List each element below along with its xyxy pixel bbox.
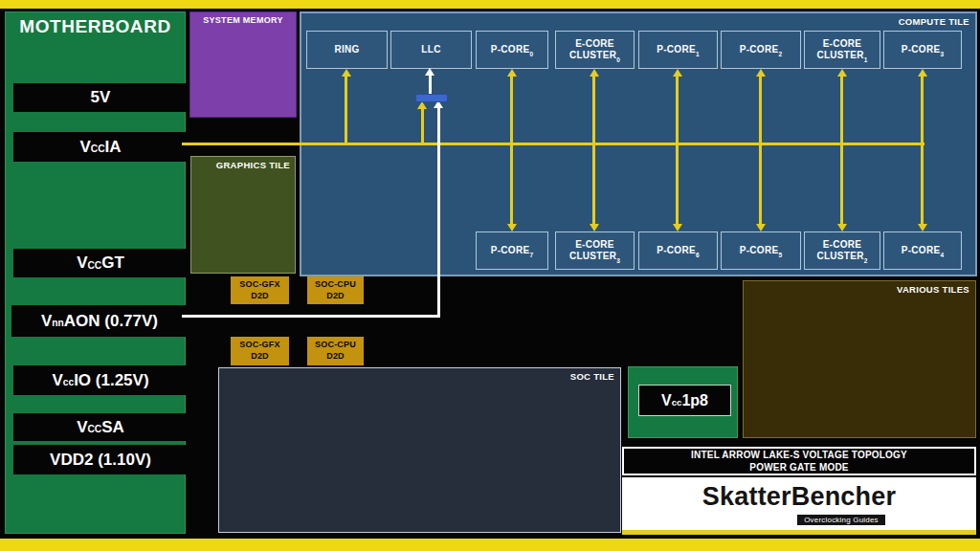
power-line-pcore3 — [921, 77, 924, 143]
top-border-bar — [0, 0, 980, 9]
arrow-pcore1 — [673, 69, 682, 77]
various-tiles: VARIOUS TILES — [743, 280, 976, 438]
arrow-pcore0 — [507, 69, 517, 77]
d2d-box-soc-gfx-row1: SOC-GFXD2D — [231, 276, 289, 304]
rail-vccio: VccIO (1.25V) — [13, 365, 188, 395]
compute-box-p-core-1: P-CORE1 — [638, 31, 718, 69]
footer-title-line1: INTEL ARROW LAKE-S VOLTAGE TOPOLOGY — [691, 449, 907, 461]
compute-box-e-core-cluster-3: E-CORE CLUSTER3 — [555, 231, 635, 270]
soc-tile: SOC TILE — [218, 367, 621, 533]
compute-box-p-core-4: P-CORE4 — [883, 231, 962, 270]
graphics-tile-label: GRAPHICS TILE — [216, 160, 290, 170]
power-line-gate-yellow — [421, 109, 424, 143]
arrow-pcore5 — [756, 224, 766, 231]
compute-box-p-core-0: P-CORE0 — [476, 31, 548, 69]
power-line-ring — [345, 77, 347, 143]
power-line-ecc2 — [840, 145, 843, 224]
power-line-pcore5 — [759, 145, 762, 224]
power-line-pcore1 — [676, 77, 679, 143]
arrow-ecc2 — [837, 224, 847, 231]
footer-title-box: INTEL ARROW LAKE-S VOLTAGE TOPOLOGY POWE… — [622, 447, 976, 475]
rail-vccsa: VCCSA — [13, 413, 188, 441]
compute-box-e-core-cluster-2: E-CORE CLUSTER2 — [804, 231, 880, 270]
compute-box-ring: RING — [306, 31, 388, 69]
graphics-tile: GRAPHICS TILE — [190, 156, 296, 274]
brand-badge: Overclocking Guides — [797, 515, 885, 525]
compute-box-p-core-5: P-CORE5 — [721, 231, 801, 270]
voltage-topology-diagram: MOTHERBOARD 5V VCCIA VCCGT VnnAON (0.77V… — [0, 0, 980, 551]
arrow-pcore2 — [756, 69, 766, 77]
arrow-pcore4 — [918, 224, 927, 231]
soc-tile-label: SOC TILE — [570, 371, 614, 382]
footer-title-line2: POWER GATE MODE — [749, 461, 848, 474]
d2d-box-soc-cpu-row1: SOC-CPUD2D — [307, 276, 364, 304]
motherboard-panel: MOTHERBOARD 5V VCCIA VCCGT VnnAON (0.77V… — [5, 11, 186, 534]
motherboard-title: MOTHERBOARD — [6, 16, 185, 37]
d2d-box-soc-cpu-row2: SOC-CPUD2D — [307, 337, 364, 365]
power-line-ecc3 — [592, 145, 595, 224]
rail-vnnaon: VnnAON (0.77V) — [11, 305, 188, 337]
brand-box: SkatterBencher Overclocking Guides — [622, 477, 976, 535]
arrow-gate-llc — [425, 68, 434, 76]
vcc1p8-box: Vcc1p8 — [628, 366, 738, 438]
compute-box-p-core-7: P-CORE7 — [476, 231, 548, 270]
arrow-ecc0 — [590, 69, 599, 77]
power-line-pcore7 — [510, 145, 513, 224]
power-gate-bar — [415, 94, 448, 102]
rail-vccgt: VCCGT — [13, 249, 188, 277]
power-line-pcore4 — [921, 145, 924, 224]
compute-box-e-core-cluster-1: E-CORE CLUSTER1 — [804, 31, 880, 69]
compute-box-p-core-6: P-CORE6 — [638, 231, 718, 270]
bottom-border-bar — [0, 539, 980, 551]
rail-vccia: VCCIA — [13, 132, 188, 162]
compute-box-p-core-2: P-CORE2 — [721, 31, 801, 69]
power-line-ecc1 — [840, 77, 843, 143]
power-line-pcore2 — [759, 77, 762, 143]
various-tiles-label: VARIOUS TILES — [897, 284, 969, 295]
vnnaon-line-horizontal — [182, 315, 440, 318]
compute-tile-label: COMPUTE TILE — [899, 16, 969, 27]
brand-name: SkatterBencher — [622, 482, 976, 512]
arrow-ecc1 — [837, 69, 847, 77]
power-line-ecc0 — [592, 77, 595, 143]
vcc1p8-label: Vcc1p8 — [638, 385, 731, 416]
arrow-ecc3 — [590, 224, 599, 231]
d2d-box-soc-gfx-row2: SOC-GFXD2D — [231, 337, 289, 365]
arrow-vccia-gate — [417, 101, 427, 109]
rail-vdd2: VDD2 (1.10V) — [13, 445, 188, 474]
compute-box-e-core-cluster-0: E-CORE CLUSTER0 — [555, 31, 635, 69]
vnnaon-line-vertical — [437, 108, 440, 318]
system-memory-tile: SYSTEM MEMORY — [189, 11, 297, 118]
rail-5v: 5V — [13, 83, 188, 112]
arrow-pcore3 — [918, 69, 927, 77]
power-line-pcore0 — [510, 77, 513, 143]
gate-to-llc-line — [429, 76, 432, 94]
arrow-pcore7 — [507, 224, 517, 231]
compute-box-llc: LLC — [390, 31, 472, 69]
arrow-pcore6 — [673, 224, 682, 231]
compute-box-p-core-3: P-CORE3 — [883, 31, 962, 69]
vccia-bus-line — [182, 143, 924, 145]
arrow-ring — [342, 69, 351, 77]
power-line-pcore6 — [676, 145, 679, 224]
system-memory-label: SYSTEM MEMORY — [190, 15, 296, 25]
